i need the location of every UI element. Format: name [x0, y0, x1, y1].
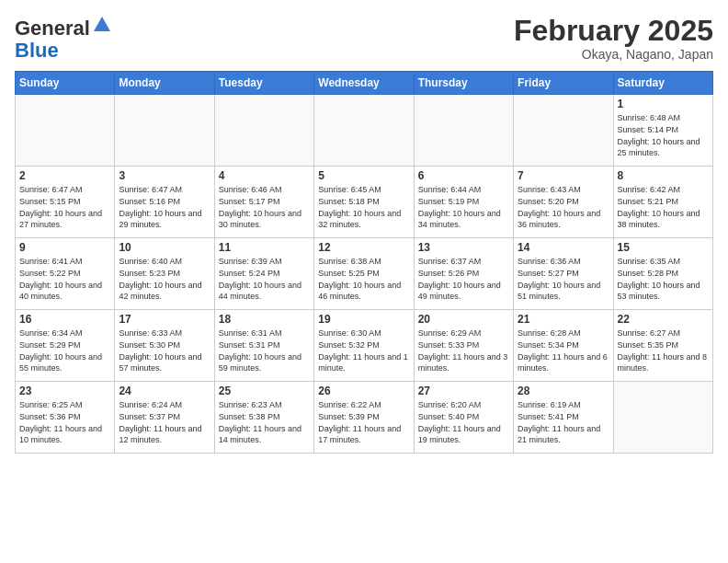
day-info: Sunrise: 6:43 AM Sunset: 5:20 PM Dayligh… — [518, 184, 609, 230]
day-number: 18 — [219, 313, 310, 326]
calendar-cell: 12Sunrise: 6:38 AM Sunset: 5:25 PM Dayli… — [314, 238, 414, 310]
day-number: 23 — [19, 385, 110, 397]
day-number: 13 — [418, 241, 509, 254]
day-number: 6 — [418, 169, 509, 182]
day-info: Sunrise: 6:42 AM Sunset: 5:21 PM Dayligh… — [618, 184, 709, 230]
logo-blue: Blue — [15, 39, 59, 62]
calendar-cell: 7Sunrise: 6:43 AM Sunset: 5:20 PM Daylig… — [514, 167, 613, 238]
day-number: 10 — [119, 241, 210, 254]
weekday-header-row: SundayMondayTuesdayWednesdayThursdayFrid… — [16, 72, 713, 95]
day-info: Sunrise: 6:38 AM Sunset: 5:25 PM Dayligh… — [318, 256, 409, 302]
day-number: 1 — [618, 98, 709, 110]
logo-text: GeneralBlue — [15, 15, 112, 62]
day-number: 9 — [19, 241, 110, 254]
day-number: 28 — [518, 385, 609, 397]
day-info: Sunrise: 6:47 AM Sunset: 5:16 PM Dayligh… — [119, 184, 210, 230]
calendar-cell: 3Sunrise: 6:47 AM Sunset: 5:16 PM Daylig… — [115, 167, 214, 238]
day-info: Sunrise: 6:22 AM Sunset: 5:39 PM Dayligh… — [318, 399, 409, 445]
calendar-cell — [414, 95, 513, 167]
weekday-header: Wednesday — [314, 72, 414, 95]
day-number: 17 — [119, 313, 210, 326]
calendar-cell: 1Sunrise: 6:48 AM Sunset: 5:14 PM Daylig… — [613, 95, 712, 167]
calendar-cell: 14Sunrise: 6:36 AM Sunset: 5:27 PM Dayli… — [514, 238, 613, 310]
calendar-cell: 22Sunrise: 6:27 AM Sunset: 5:35 PM Dayli… — [613, 310, 712, 382]
day-number: 5 — [318, 169, 409, 182]
week-row: 2Sunrise: 6:47 AM Sunset: 5:15 PM Daylig… — [16, 167, 713, 238]
day-number: 2 — [19, 169, 110, 182]
day-number: 21 — [518, 313, 609, 326]
day-info: Sunrise: 6:48 AM Sunset: 5:14 PM Dayligh… — [618, 112, 709, 158]
day-number: 24 — [119, 385, 210, 397]
day-number: 16 — [19, 313, 110, 326]
logo-icon — [92, 15, 112, 35]
day-info: Sunrise: 6:46 AM Sunset: 5:17 PM Dayligh… — [219, 184, 310, 230]
logo-general: General — [15, 17, 90, 40]
day-number: 25 — [219, 385, 310, 397]
calendar-cell: 4Sunrise: 6:46 AM Sunset: 5:17 PM Daylig… — [214, 167, 313, 238]
calendar-cell: 24Sunrise: 6:24 AM Sunset: 5:37 PM Dayli… — [115, 382, 214, 454]
calendar-cell: 17Sunrise: 6:33 AM Sunset: 5:30 PM Dayli… — [115, 310, 214, 382]
day-number: 22 — [618, 313, 709, 326]
calendar-cell: 28Sunrise: 6:19 AM Sunset: 5:41 PM Dayli… — [514, 382, 613, 454]
month-title: February 2025 — [514, 15, 713, 47]
calendar-cell: 16Sunrise: 6:34 AM Sunset: 5:29 PM Dayli… — [16, 310, 115, 382]
day-info: Sunrise: 6:31 AM Sunset: 5:31 PM Dayligh… — [219, 327, 310, 373]
day-number: 11 — [219, 241, 310, 254]
calendar-cell: 15Sunrise: 6:35 AM Sunset: 5:28 PM Dayli… — [613, 238, 712, 310]
svg-marker-0 — [94, 17, 110, 31]
calendar-cell: 19Sunrise: 6:30 AM Sunset: 5:32 PM Dayli… — [314, 310, 414, 382]
day-number: 4 — [219, 169, 310, 182]
calendar-cell: 8Sunrise: 6:42 AM Sunset: 5:21 PM Daylig… — [613, 167, 712, 238]
weekday-header: Sunday — [16, 72, 115, 95]
day-info: Sunrise: 6:24 AM Sunset: 5:37 PM Dayligh… — [119, 399, 210, 445]
calendar-cell: 10Sunrise: 6:40 AM Sunset: 5:23 PM Dayli… — [115, 238, 214, 310]
day-number: 15 — [618, 241, 709, 254]
day-info: Sunrise: 6:37 AM Sunset: 5:26 PM Dayligh… — [418, 256, 509, 302]
day-info: Sunrise: 6:45 AM Sunset: 5:18 PM Dayligh… — [318, 184, 409, 230]
calendar-cell — [514, 95, 613, 167]
day-info: Sunrise: 6:29 AM Sunset: 5:33 PM Dayligh… — [418, 327, 509, 373]
day-number: 7 — [518, 169, 609, 182]
week-row: 16Sunrise: 6:34 AM Sunset: 5:29 PM Dayli… — [16, 310, 713, 382]
day-info: Sunrise: 6:34 AM Sunset: 5:29 PM Dayligh… — [19, 327, 110, 373]
day-number: 14 — [518, 241, 609, 254]
calendar-cell — [115, 95, 214, 167]
day-number: 3 — [119, 169, 210, 182]
week-row: 23Sunrise: 6:25 AM Sunset: 5:36 PM Dayli… — [16, 382, 713, 454]
day-info: Sunrise: 6:47 AM Sunset: 5:15 PM Dayligh… — [19, 184, 110, 230]
weekday-header: Tuesday — [214, 72, 313, 95]
page: GeneralBlue February 2025 Okaya, Nagano,… — [0, 0, 728, 563]
day-info: Sunrise: 6:23 AM Sunset: 5:38 PM Dayligh… — [219, 399, 310, 445]
calendar-cell — [214, 95, 313, 167]
day-info: Sunrise: 6:19 AM Sunset: 5:41 PM Dayligh… — [518, 399, 609, 445]
weekday-header: Friday — [514, 72, 613, 95]
day-info: Sunrise: 6:33 AM Sunset: 5:30 PM Dayligh… — [119, 327, 210, 373]
day-number: 19 — [318, 313, 409, 326]
weekday-header: Thursday — [414, 72, 513, 95]
calendar-cell — [16, 95, 115, 167]
weekday-header: Saturday — [613, 72, 712, 95]
calendar-cell: 13Sunrise: 6:37 AM Sunset: 5:26 PM Dayli… — [414, 238, 513, 310]
day-info: Sunrise: 6:39 AM Sunset: 5:24 PM Dayligh… — [219, 256, 310, 302]
weekday-header: Monday — [115, 72, 214, 95]
calendar-cell: 11Sunrise: 6:39 AM Sunset: 5:24 PM Dayli… — [214, 238, 313, 310]
day-info: Sunrise: 6:30 AM Sunset: 5:32 PM Dayligh… — [318, 327, 409, 373]
title-block: February 2025 Okaya, Nagano, Japan — [514, 15, 713, 62]
calendar-cell: 9Sunrise: 6:41 AM Sunset: 5:22 PM Daylig… — [16, 238, 115, 310]
day-info: Sunrise: 6:41 AM Sunset: 5:22 PM Dayligh… — [19, 256, 110, 302]
day-number: 12 — [318, 241, 409, 254]
calendar-cell: 26Sunrise: 6:22 AM Sunset: 5:39 PM Dayli… — [314, 382, 414, 454]
day-info: Sunrise: 6:28 AM Sunset: 5:34 PM Dayligh… — [518, 327, 609, 373]
calendar-cell: 23Sunrise: 6:25 AM Sunset: 5:36 PM Dayli… — [16, 382, 115, 454]
day-number: 27 — [418, 385, 509, 397]
location: Okaya, Nagano, Japan — [514, 47, 713, 62]
calendar-cell: 25Sunrise: 6:23 AM Sunset: 5:38 PM Dayli… — [214, 382, 313, 454]
day-info: Sunrise: 6:35 AM Sunset: 5:28 PM Dayligh… — [618, 256, 709, 302]
day-info: Sunrise: 6:25 AM Sunset: 5:36 PM Dayligh… — [19, 399, 110, 445]
calendar-cell: 21Sunrise: 6:28 AM Sunset: 5:34 PM Dayli… — [514, 310, 613, 382]
logo: GeneralBlue — [15, 15, 112, 62]
week-row: 9Sunrise: 6:41 AM Sunset: 5:22 PM Daylig… — [16, 238, 713, 310]
header: GeneralBlue February 2025 Okaya, Nagano,… — [15, 15, 713, 62]
week-row: 1Sunrise: 6:48 AM Sunset: 5:14 PM Daylig… — [16, 95, 713, 167]
day-info: Sunrise: 6:40 AM Sunset: 5:23 PM Dayligh… — [119, 256, 210, 302]
